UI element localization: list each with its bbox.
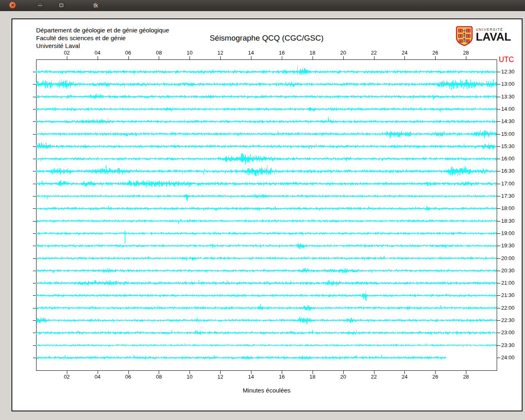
utc-time-label: 23:30 [501,342,515,348]
laval-shield-icon [454,26,474,46]
laval-logo-text: UNIVERSITÉ LAVAL [476,27,511,42]
x-tick-label-bottom: 20 [336,374,350,380]
utc-time-label: 14:00 [501,106,515,112]
utc-time-label: 15:30 [501,143,515,149]
utc-time-label: 15:00 [501,131,515,137]
titlebar: ✕ — tk ↑↓ En (100%) 19:57 [0,0,525,11]
minimize-icon: — [38,3,42,7]
header-line-3: Université Laval [36,42,169,50]
header-line-2: Faculté des sciences et de génie [36,34,169,42]
x-tick-label-top: 12 [213,50,227,56]
close-icon: ✕ [11,3,14,7]
window-title: tk [94,0,98,11]
utc-time-label: 13:30 [501,94,515,100]
x-tick-label-top: 02 [60,50,74,56]
x-tick-label-bottom: 14 [244,374,258,380]
utc-time-label: 16:30 [501,168,515,174]
x-tick-label-top: 06 [121,50,135,56]
x-tick-label-bottom: 08 [152,374,166,380]
x-tick-label-top: 10 [183,50,196,56]
x-tick-label-top: 28 [459,50,473,56]
utc-time-label: 20:30 [501,267,515,274]
x-tick-label-top: 16 [275,50,289,56]
x-tick-label-bottom: 18 [306,374,320,380]
x-tick-label-top: 18 [306,50,320,56]
utc-time-label: 17:00 [501,180,515,187]
x-tick-label-bottom: 04 [91,374,105,380]
x-tick-label-top: 04 [91,50,105,56]
utc-time-label: 23:00 [501,329,515,336]
seismograph-plot [29,51,504,388]
utc-time-label: 21:30 [501,292,515,298]
utc-time-label: 16:00 [501,155,515,162]
utc-time-label: 24:00 [501,354,515,361]
x-tick-label-top: 24 [397,50,411,56]
logo-laval-label: LAVAL [476,32,511,42]
maximize-button[interactable] [58,2,65,9]
utc-axis-title: UTC [499,55,514,64]
x-tick-label-top: 22 [367,50,381,56]
x-tick-label-bottom: 24 [397,374,411,380]
utc-time-label: 21:00 [501,280,515,286]
institution-header: Département de géologie et de génie géol… [36,26,169,50]
utc-time-label: 18:00 [501,205,515,211]
x-tick-label-bottom: 22 [367,374,381,380]
utc-time-label: 13:00 [501,81,515,87]
x-tick-label-top: 08 [152,50,166,56]
utc-time-label: 12:30 [501,68,515,75]
tk-window: Département de géologie et de génie géol… [11,18,523,411]
close-button[interactable]: ✕ [9,2,16,9]
utc-time-label: 22:30 [501,317,515,323]
x-tick-label-bottom: 06 [121,374,135,380]
utc-time-label: 14:30 [501,118,515,124]
x-tick-label-top: 14 [244,50,258,56]
utc-time-label: 20:00 [501,255,515,261]
x-tick-label-top: 26 [428,50,442,56]
utc-time-label: 22:00 [501,305,515,311]
utc-time-label: 18:30 [501,218,515,224]
x-tick-label-top: 20 [336,50,350,56]
x-tick-label-bottom: 10 [183,374,196,380]
minimize-button[interactable]: — [37,2,43,9]
x-axis-label: Minutes écoulées [156,387,377,394]
universite-laval-logo: UNIVERSITÉ LAVAL [454,26,500,46]
x-tick-label-bottom: 02 [60,374,74,380]
x-tick-label-bottom: 28 [459,374,473,380]
maximize-icon [59,4,63,7]
utc-time-label: 19:00 [501,230,515,236]
x-tick-label-bottom: 12 [213,374,227,380]
x-tick-label-bottom: 16 [275,374,289,380]
utc-time-label: 17:30 [501,193,515,199]
x-tick-label-bottom: 26 [428,374,442,380]
header-line-1: Département de géologie et de génie géol… [36,26,169,34]
chart-title: Séismographe QCQ (CGC/GSC) [156,34,377,43]
utc-time-label: 19:30 [501,242,515,249]
